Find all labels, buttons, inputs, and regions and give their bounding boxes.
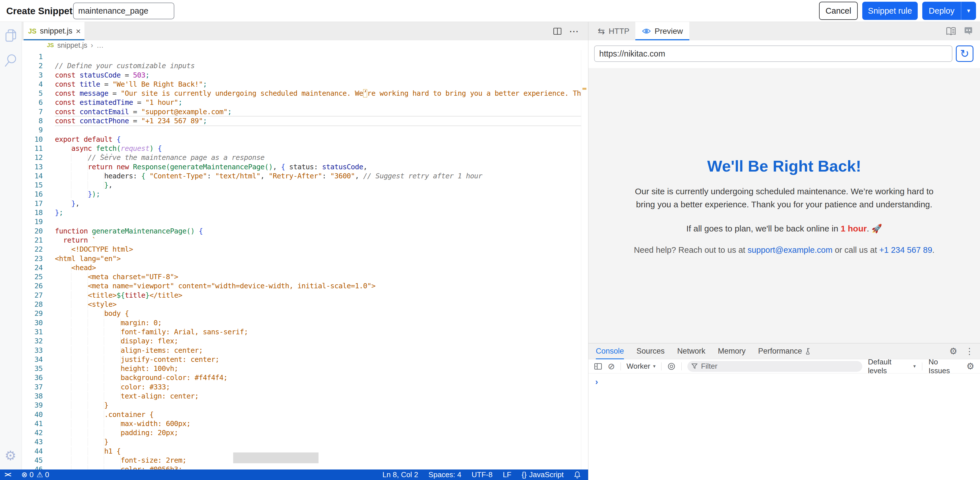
console-tab-sources[interactable]: Sources — [636, 344, 665, 359]
refresh-icon: ↻ — [960, 48, 969, 59]
cancel-button[interactable]: Cancel — [819, 2, 858, 20]
tab-http[interactable]: ⇆ HTTP — [598, 22, 629, 40]
horizontal-scrollbar[interactable] — [233, 453, 318, 463]
activity-bar: ⚙ — [0, 22, 22, 469]
console-tab-console[interactable]: Console — [596, 344, 624, 359]
code-line — [55, 125, 581, 135]
toolbar-right: Default levels▾ No Issues ⚙ — [868, 358, 974, 375]
code-line: max-width: 600px; — [55, 419, 581, 428]
code-line: color: #0056b3; — [55, 465, 581, 469]
line-number: 32 — [22, 337, 43, 346]
clear-console-icon[interactable]: ⊘ — [608, 362, 615, 371]
inlay-hint-dots: ··· — [100, 150, 114, 159]
line-number: 39 — [22, 401, 43, 410]
contact-email-link[interactable]: support@example.com — [748, 246, 833, 255]
eol-type[interactable]: LF — [503, 470, 511, 479]
status-bar: >< ⊗ 0 ⚠ 0 Ln 8, Col 2 Spaces: 4 UTF-8 L… — [0, 469, 588, 480]
url-input[interactable] — [594, 46, 952, 62]
code-line: }; — [55, 208, 581, 217]
breadcrumb-file[interactable]: snippet.js — [57, 41, 87, 49]
settings-gear-icon[interactable]: ⚙ — [5, 449, 16, 462]
line-number: 19 — [22, 217, 43, 227]
tab-close-icon[interactable]: × — [76, 27, 81, 36]
console-tab-performance[interactable]: Performance — [758, 344, 811, 359]
breadcrumb-more[interactable]: … — [96, 41, 103, 49]
code-line: body { — [55, 309, 581, 318]
deploy-button[interactable]: Deploy ▾ — [922, 2, 976, 20]
line-number: 35 — [22, 364, 43, 373]
docs-book-icon[interactable] — [946, 27, 956, 35]
log-levels-selector[interactable]: Default levels▾ — [868, 358, 916, 375]
code-lines[interactable]: // Define your customizable inputsconst … — [55, 52, 581, 469]
devtools-settings-gear-icon[interactable]: ⚙ — [949, 347, 957, 356]
snippet-rule-button[interactable]: Snippet rule — [862, 2, 918, 20]
notifications-bell-icon[interactable] — [574, 471, 581, 478]
error-count[interactable]: ⊗ 0 — [21, 470, 33, 479]
code-editor[interactable]: 1234567891011121314151617181920212223242… — [22, 50, 588, 469]
context-selector[interactable]: Worker▾ — [627, 362, 655, 371]
line-number: 41 — [22, 419, 43, 428]
line-number: 12 — [22, 153, 43, 162]
console-filter-input[interactable]: Filter — [687, 361, 862, 372]
snippet-name-input[interactable]: maintenance_page — [73, 3, 174, 19]
editor-pane: JS snippet.js × ⋯ JS snippet.js › … 1234… — [22, 22, 588, 469]
eye-icon — [642, 28, 651, 34]
line-number: 36 — [22, 373, 43, 382]
maintenance-contact: Need help? Reach out to us at support@ex… — [628, 246, 941, 255]
code-line — [55, 52, 581, 61]
maintenance-message: Our site is currently undergoing schedul… — [634, 185, 935, 211]
overview-ruler — [581, 50, 581, 469]
tab-snippet-js[interactable]: JS snippet.js × — [24, 22, 84, 40]
indentation[interactable]: Spaces: 4 — [429, 470, 461, 479]
code-line: function generateMaintenancePage() { — [55, 227, 581, 236]
warning-count[interactable]: ⚠ 0 — [37, 470, 49, 479]
devtools-console: ConsoleSourcesNetworkMemoryPerformance ⚙… — [589, 343, 980, 480]
status-left: >< ⊗ 0 ⚠ 0 — [0, 470, 49, 479]
line-number: 20 — [22, 227, 43, 236]
line-number: 30 — [22, 318, 43, 328]
line-number: 42 — [22, 428, 43, 437]
code-line: // Define your customizable inputs — [55, 61, 581, 70]
contact-phone-link[interactable]: +1 234 567 89 — [879, 246, 932, 255]
console-sidebar-toggle-icon[interactable] — [594, 363, 602, 370]
split-editor-icon[interactable] — [553, 27, 562, 35]
line-number: 40 — [22, 410, 43, 419]
language-mode[interactable]: {} JavaScript — [522, 470, 564, 479]
console-prompt-chevron[interactable]: › — [595, 377, 598, 387]
remote-indicator-icon[interactable]: >< — [5, 471, 11, 478]
status-right: Ln 8, Col 2 Spaces: 4 UTF-8 LF {} JavaSc… — [382, 470, 588, 479]
search-icon[interactable] — [4, 53, 18, 68]
console-tab-memory[interactable]: Memory — [718, 344, 746, 359]
more-actions-icon[interactable]: ⋯ — [569, 27, 579, 36]
console-tab-network[interactable]: Network — [677, 344, 705, 359]
js-file-icon: JS — [28, 27, 37, 35]
issues-counter[interactable]: No Issues — [929, 358, 960, 375]
line-number: 27 — [22, 291, 43, 300]
overview-ruler-marker — [582, 88, 586, 90]
page-title: Create Snippet — [6, 6, 73, 16]
encoding[interactable]: UTF-8 — [471, 470, 493, 479]
console-settings-gear-icon[interactable]: ⚙ — [966, 362, 974, 371]
snippet-name-value: maintenance_page — [78, 6, 148, 16]
cursor-position[interactable]: Ln 8, Col 2 — [382, 470, 418, 479]
line-number: 29 — [22, 309, 43, 318]
code-line: display: flex; — [55, 337, 581, 346]
refresh-button[interactable]: ↻ — [956, 46, 974, 62]
breadcrumb[interactable]: JS snippet.js › … — [22, 40, 588, 50]
explorer-icon[interactable] — [4, 29, 18, 43]
tab-preview[interactable]: Preview — [635, 22, 689, 40]
live-expression-eye-icon[interactable] — [667, 362, 676, 371]
code-line: const title = "We'll Be Right Back!"; — [55, 80, 581, 89]
discord-icon[interactable] — [964, 27, 973, 35]
code-line: padding: 20px; — [55, 428, 581, 437]
line-number: 46 — [22, 465, 43, 469]
devtools-kebab-menu-icon[interactable]: ⋮ — [965, 347, 974, 356]
error-icon: ⊗ — [21, 470, 28, 479]
code-line: const contactEmail = "support@example.co… — [55, 107, 581, 116]
flask-icon — [805, 348, 810, 355]
code-line: return ` — [55, 236, 581, 245]
console-output[interactable]: › — [589, 374, 980, 480]
deploy-dropdown-caret[interactable]: ▾ — [961, 7, 976, 14]
code-line: const contactPhone = "+1 234 567 89"; — [55, 116, 581, 125]
deploy-label: Deploy — [922, 6, 961, 16]
